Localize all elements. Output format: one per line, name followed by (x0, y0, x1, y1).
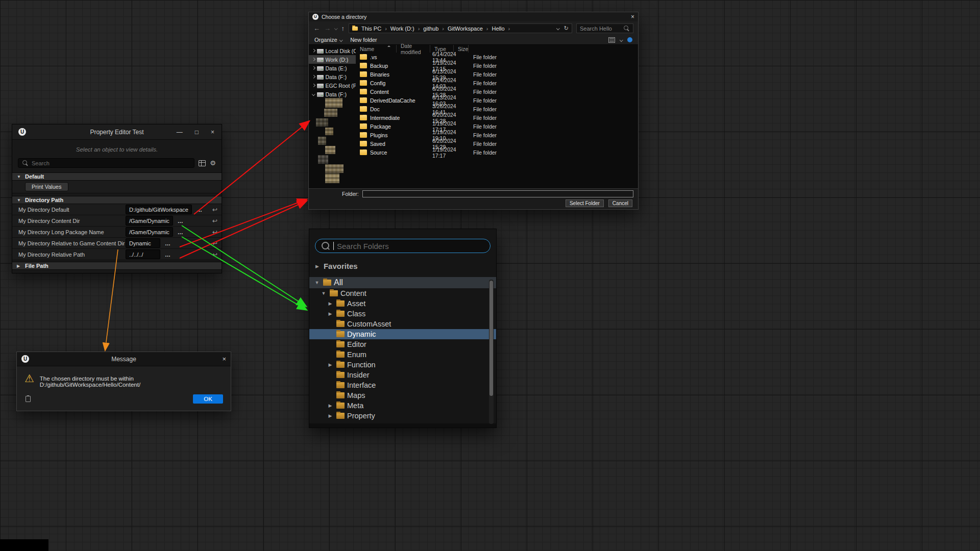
history-dropdown-icon[interactable] (334, 27, 337, 30)
property-value-field[interactable]: Dynamic (126, 238, 160, 248)
cancel-button[interactable]: Cancel (608, 199, 632, 207)
address-dropdown-icon[interactable] (556, 27, 559, 30)
folder-tree-item[interactable]: CustomAsset (309, 319, 496, 329)
view-mode-icon[interactable] (608, 37, 615, 43)
expander-icon[interactable]: ▼ (313, 280, 321, 285)
folder-tree-item[interactable]: ▶ Class (309, 309, 496, 319)
folder-tree-item[interactable]: Interface (309, 380, 496, 390)
print-values-button[interactable]: Print Values (25, 182, 68, 191)
file-row[interactable]: Package 1/19/2024 17:17 File folder (356, 122, 638, 131)
section-directory-path[interactable]: ▼ Directory Path (12, 196, 222, 204)
reset-to-default-icon[interactable]: ↩ (208, 251, 222, 258)
expander-icon[interactable]: ▶ (327, 362, 334, 367)
folder-search-input[interactable]: Search Folders (315, 239, 491, 253)
expander-icon[interactable]: ▶ (327, 413, 334, 418)
reset-to-default-icon[interactable]: ↩ (208, 240, 222, 247)
expander-icon[interactable]: ▶ (327, 403, 334, 408)
property-value-field[interactable]: /Game/Dynamic (126, 216, 173, 226)
copy-message-icon[interactable] (26, 396, 31, 402)
browse-button[interactable]: … (178, 229, 184, 235)
details-view-icon[interactable] (199, 160, 206, 166)
expander-icon[interactable]: ▶ (327, 311, 334, 316)
help-icon[interactable] (627, 37, 632, 42)
column-header[interactable]: Date modified (397, 45, 430, 53)
browse-button[interactable]: … (197, 207, 203, 213)
new-folder-button[interactable]: New folder (350, 37, 377, 43)
dialog-titlebar[interactable]: U Choose a directory × (309, 12, 638, 21)
folder-tree-item[interactable]: ▶ Function (309, 360, 496, 370)
forward-button[interactable]: → (324, 25, 331, 32)
file-row[interactable]: Intermediate 6/20/2024 15:28 File folder (356, 113, 638, 122)
maximize-button[interactable]: □ (195, 129, 199, 136)
chevron-icon[interactable] (312, 49, 315, 52)
scrollbar-thumb[interactable] (489, 281, 493, 396)
reset-to-default-icon[interactable]: ↩ (208, 229, 222, 236)
folder-tree-item[interactable]: Dynamic (309, 329, 496, 339)
property-value-field[interactable]: /Game/Dynamic (126, 227, 173, 237)
section-default[interactable]: ▼ Default (12, 172, 222, 181)
close-button[interactable]: × (631, 13, 634, 20)
breadcrumb-item[interactable]: github (422, 26, 447, 32)
scrollbar[interactable] (489, 280, 494, 424)
folder-tree-item[interactable]: ▶ Meta (309, 400, 496, 411)
folder-tree-item[interactable]: Editor (309, 339, 496, 349)
close-button[interactable]: × (211, 129, 214, 136)
chevron-icon[interactable] (312, 75, 315, 78)
folder-tree-item[interactable]: ▼ Content (309, 288, 496, 298)
file-row[interactable]: .vs 6/14/2024 13:44 File folder (356, 53, 638, 61)
organize-menu[interactable]: Organize (314, 37, 342, 43)
favorites-section[interactable]: ▶ Favorites (309, 262, 496, 270)
browse-button[interactable]: … (165, 240, 171, 246)
folder-tree-item[interactable]: ▼ All (309, 277, 496, 288)
expander-icon[interactable]: ▼ (320, 291, 327, 296)
view-dropdown-icon[interactable] (620, 38, 623, 41)
folder-tree-item[interactable]: Insider (309, 370, 496, 380)
address-bar[interactable]: This PCWork (D:)githubGitWorkspaceHello … (349, 23, 572, 33)
file-row[interactable]: Source 1/19/2024 17:17 File folder (356, 148, 638, 157)
breadcrumb-item[interactable]: Work (D:) (389, 26, 423, 32)
browse-button[interactable]: … (178, 218, 184, 224)
sidebar-drive-item[interactable]: Work (D:) (309, 55, 356, 64)
column-header[interactable]: Name (356, 45, 397, 53)
sidebar-drive-item[interactable]: Data (E:) (309, 64, 356, 72)
sidebar-drive-item[interactable]: EGC Root (P:) (309, 81, 356, 90)
close-button[interactable]: × (222, 355, 226, 363)
search-input[interactable]: Search (18, 158, 194, 168)
sidebar-drive-item[interactable]: Local Disk (C:) (309, 46, 356, 55)
sidebar-drive-item[interactable]: Data (F:) (309, 90, 356, 98)
browse-button[interactable]: … (165, 252, 171, 258)
file-row[interactable]: Config 6/14/2024 14:03 File folder (356, 79, 638, 87)
back-button[interactable]: ← (313, 25, 320, 32)
folder-tree-item[interactable]: Enum (309, 349, 496, 360)
file-row[interactable]: DerivedDataCache 6/13/2024 16:03 File fo… (356, 96, 638, 105)
expander-icon[interactable]: ▶ (327, 301, 334, 306)
message-titlebar[interactable]: U Message × (17, 352, 231, 366)
ok-button[interactable]: OK (193, 394, 223, 404)
select-folder-button[interactable]: Select Folder (566, 199, 604, 207)
refresh-icon[interactable]: ↻ (564, 25, 569, 32)
column-header[interactable]: Size (454, 45, 469, 53)
chevron-icon[interactable] (312, 66, 315, 69)
property-editor-titlebar[interactable]: U Property Editor Test — □ × (12, 124, 222, 140)
reset-to-default-icon[interactable]: ↩ (208, 206, 222, 213)
property-value-field[interactable]: ../../../ (126, 249, 160, 259)
up-button[interactable]: ↑ (341, 25, 345, 32)
chevron-icon[interactable] (312, 92, 315, 95)
chevron-icon[interactable] (312, 84, 315, 87)
column-header[interactable]: Type (430, 45, 454, 53)
folder-tree-item[interactable]: ▶ Property (309, 411, 496, 421)
folder-tree-item[interactable]: Maps (309, 390, 496, 400)
chevron-icon[interactable] (312, 58, 315, 61)
file-row[interactable]: Backup 1/19/2024 17:15 File folder (356, 61, 638, 70)
breadcrumb-item[interactable]: This PC (360, 26, 389, 32)
property-value-field[interactable]: D:/github/GitWorkspace (126, 205, 192, 214)
breadcrumb-item[interactable]: Hello (491, 26, 513, 32)
minimize-button[interactable]: — (177, 129, 183, 136)
file-row[interactable]: Content 6/20/2024 15:28 File folder (356, 87, 638, 96)
file-row[interactable]: Binaries 6/13/2024 15:39 File folder (356, 70, 638, 79)
reset-to-default-icon[interactable]: ↩ (208, 217, 222, 224)
explorer-search-input[interactable]: Search Hello (576, 23, 633, 33)
folder-tree-item[interactable]: ▶ Asset (309, 298, 496, 309)
file-row[interactable]: Doc 3/26/2024 16:41 File folder (356, 105, 638, 113)
breadcrumb-item[interactable]: GitWorkspace (447, 26, 491, 32)
